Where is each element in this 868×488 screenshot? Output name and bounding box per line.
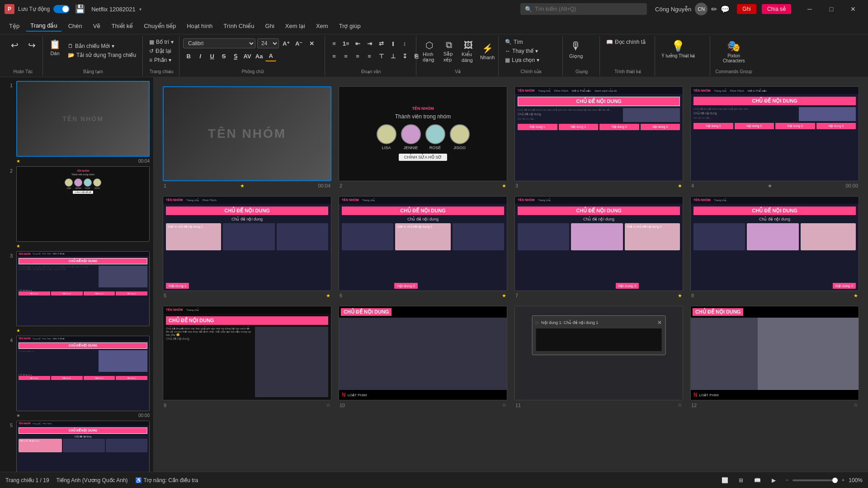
save-icon[interactable]: 💾 — [75, 4, 85, 14]
menu-help[interactable]: Trợ giúp — [335, 21, 365, 31]
bold-button[interactable]: B — [183, 51, 194, 61]
undo-button[interactable]: ↩ — [6, 38, 23, 52]
slide-preview-3[interactable]: TÊN NHÓM Trang chủPhim ThịnhMới & Phổ bi… — [16, 251, 150, 327]
font-family-selector[interactable]: Calibri — [183, 38, 255, 48]
find-button[interactable]: 🔍 Tìm — [502, 38, 542, 46]
quick-style-button[interactable]: ⚡ Nhanh — [479, 41, 495, 62]
clear-format-button[interactable]: ✕ — [306, 38, 317, 49]
grid-preview-5[interactable]: TÊN NHÓM Trang chủ Phim Thịnh CHỦ ĐỀ NỘI… — [163, 196, 331, 291]
record-button[interactable]: Ghi — [737, 4, 756, 14]
section-button[interactable]: ≡ Phần ▾ — [146, 56, 176, 64]
zoom-in-icon[interactable]: ＋ — [840, 476, 846, 484]
menu-design[interactable]: Thiết kế — [107, 21, 137, 31]
align-middle-button[interactable]: ⊥ — [387, 51, 398, 61]
comments-icon[interactable]: 💬 — [721, 5, 730, 14]
share-button[interactable]: Chia sẻ — [762, 4, 791, 14]
numbering-button[interactable]: 1≡ — [340, 38, 351, 49]
menu-home[interactable]: Trang đầu — [26, 20, 62, 32]
slide-preview-2[interactable]: TÊN NHÓM Thành viên trong nhóm LISA JENN… — [16, 166, 150, 242]
line-spacing-button[interactable]: ↕ — [399, 38, 410, 49]
rtl-button[interactable]: ⇄ — [376, 38, 387, 49]
filename-chevron[interactable]: ▾ — [139, 7, 142, 12]
grid-preview-8[interactable]: TÊN NHÓM Trang chủ CHỦ ĐỀ NỘI DUNG Chủ đ… — [690, 196, 859, 291]
style-button[interactable]: 🖼 Kiểu dáng — [459, 38, 477, 65]
menu-file[interactable]: Tệp — [5, 21, 24, 31]
decrease-indent-button[interactable]: ⇤ — [352, 38, 363, 49]
reading-view-button[interactable]: 📖 — [752, 475, 763, 486]
menu-review[interactable]: Xem lại — [281, 21, 310, 31]
grid-preview-11[interactable]: ▷ Nội dung 1: Chủ đề nội dung 1 ✕ — [514, 306, 683, 401]
arrange-button[interactable]: ⧉ Sắp xếp — [441, 38, 457, 65]
shadow-button[interactable]: S̲ — [230, 51, 241, 61]
voice-button[interactable]: 🎙 Giọng — [566, 38, 585, 61]
select-button[interactable]: ▦ Lựa chọn ▾ — [502, 56, 542, 64]
grid-preview-4[interactable]: TÊN NHÓM Trang chủ Phim Thịnh Mới & Phổ … — [690, 86, 859, 181]
underline-button[interactable]: U — [207, 51, 217, 61]
grid-preview-1[interactable]: TÊN NHÓM — [163, 86, 331, 181]
justify-button[interactable]: ≡ — [364, 51, 375, 61]
align-right-button[interactable]: ≡ — [352, 51, 363, 61]
search-input[interactable] — [535, 6, 642, 12]
columns-button[interactable]: ⫿ — [387, 38, 398, 49]
font-color-button[interactable]: A — [265, 51, 276, 61]
normal-view-button[interactable]: ⬜ — [719, 475, 730, 486]
menu-transitions[interactable]: Chuyển tiếp — [139, 21, 180, 31]
grid-preview-2[interactable]: TÊN NHÓM Thành viên trong nhóm LISA JENN… — [339, 86, 507, 181]
menu-view[interactable]: Xem — [311, 21, 333, 31]
maximize-button[interactable]: □ — [821, 2, 842, 16]
align-top-button[interactable]: ⊤ — [376, 51, 387, 61]
proofing-text[interactable]: Trợ năng: Cần điều tra — [144, 477, 198, 483]
font-size-selector[interactable]: 24 — [257, 38, 279, 48]
menu-record[interactable]: Ghi — [261, 21, 279, 31]
increase-font-button[interactable]: A⁺ — [281, 38, 292, 49]
slide-sorter-button[interactable]: ⊞ — [736, 475, 746, 486]
bullets-button[interactable]: ≡ — [329, 38, 340, 49]
menu-slideshow[interactable]: Trình Chiếu — [219, 21, 259, 31]
paste-button[interactable]: 📋 Dán — [47, 37, 63, 62]
align-left-button[interactable]: ≡ — [329, 51, 340, 61]
increase-indent-button[interactable]: ⇥ — [364, 38, 375, 49]
minimize-button[interactable]: ─ — [799, 2, 820, 16]
slide-thumb-2[interactable]: 2 TÊN NHÓM Thành viên trong nhóm LISA — [4, 166, 150, 249]
grid-preview-6[interactable]: TÊN NHÓM Trang chủ CHỦ ĐỀ NỘI DUNG Chủ đ… — [339, 196, 507, 291]
slide-thumb-1[interactable]: 1 TÊN NHÓM ★ 00:04 — [4, 81, 150, 164]
slide-thumb-5[interactable]: 5 TÊN NHÓM Trang chủ Phim Thịnh CHỦ ĐỀ N… — [4, 421, 150, 472]
grid-s11-close[interactable]: ✕ — [657, 319, 662, 326]
italic-button[interactable]: I — [195, 51, 206, 61]
slide-thumb-4[interactable]: 4 TÊN NHÓM Trang chủPhim ThịnhMới & Phổ … — [4, 336, 150, 418]
search-box[interactable]: 🔍 — [520, 3, 647, 15]
change-case-button[interactable]: Aa — [254, 51, 264, 61]
menu-draw[interactable]: Vẽ — [89, 21, 105, 31]
autosave-toggle[interactable] — [53, 5, 70, 13]
pen-icon[interactable]: ✏ — [711, 5, 717, 14]
replace-button[interactable]: ↔ Thay thế ▾ — [502, 47, 542, 55]
strikethrough-button[interactable]: S — [218, 51, 229, 61]
reuse-slides-button[interactable]: 📂 Tải sử dụng Trang chiếu — [65, 51, 139, 59]
align-bottom-button[interactable]: ↧ — [399, 51, 410, 61]
spacing-button[interactable]: AV — [242, 51, 253, 61]
grid-preview-7[interactable]: TÊN NHÓM Trang chủ CHỦ ĐỀ NỘI DUNG Chủ đ… — [514, 196, 683, 291]
pixton-button[interactable]: 🎭 Pixton Characters — [714, 38, 754, 65]
grid-preview-3[interactable]: TÊN NHÓM Trang chủ Phim Thịnh Mới & Phổ … — [514, 86, 683, 181]
decrease-font-button[interactable]: A⁻ — [293, 38, 304, 49]
new-slide-button[interactable]: 🗒 Bản chiếu Mới ▾ — [65, 42, 139, 50]
language-info[interactable]: Tiếng Anh (Vương Quốc Anh) — [57, 477, 128, 483]
grid-preview-10[interactable]: CHỦ ĐỀ NỘI DUNG N LOẠT PHIM — [339, 306, 507, 401]
align-center-button[interactable]: ≡ — [340, 51, 351, 61]
slide-preview-4[interactable]: TÊN NHÓM Trang chủPhim ThịnhMới & Phổ bi… — [16, 336, 150, 411]
close-button[interactable]: ✕ — [843, 2, 863, 16]
slide-preview-1[interactable]: TÊN NHÓM — [16, 81, 150, 157]
zoom-out-icon[interactable]: － — [784, 476, 790, 484]
zoom-slider[interactable] — [793, 479, 838, 481]
redo-button[interactable]: ↪ — [24, 38, 40, 52]
read-aloud-button[interactable]: 📖 Đọc chính tả — [604, 38, 648, 46]
shapes-button[interactable]: ⬡ Hình dạng — [420, 38, 439, 65]
slideshow-button[interactable]: ▶ — [768, 475, 779, 486]
grid-preview-12[interactable]: CHỦ ĐỀ NỘI DUNG N LOẠT PHIM — [690, 306, 859, 401]
layout-button[interactable]: ▦ Bố trí ▾ — [146, 38, 176, 46]
menu-animations[interactable]: Hoạt hình — [182, 21, 217, 31]
slide-preview-5[interactable]: TÊN NHÓM Trang chủ Phim Thịnh CHỦ ĐỀ NỘI… — [16, 421, 150, 472]
reset-button[interactable]: ↺ Đặt lại — [146, 47, 176, 55]
design-ideas-button[interactable]: 💡 Ý tưởng Thiết kế — [659, 38, 698, 60]
grid-preview-9[interactable]: TÊN NHÓM Trang chủ CHỦ ĐỀ NỘI DUNG Chủ đ… — [163, 306, 331, 401]
